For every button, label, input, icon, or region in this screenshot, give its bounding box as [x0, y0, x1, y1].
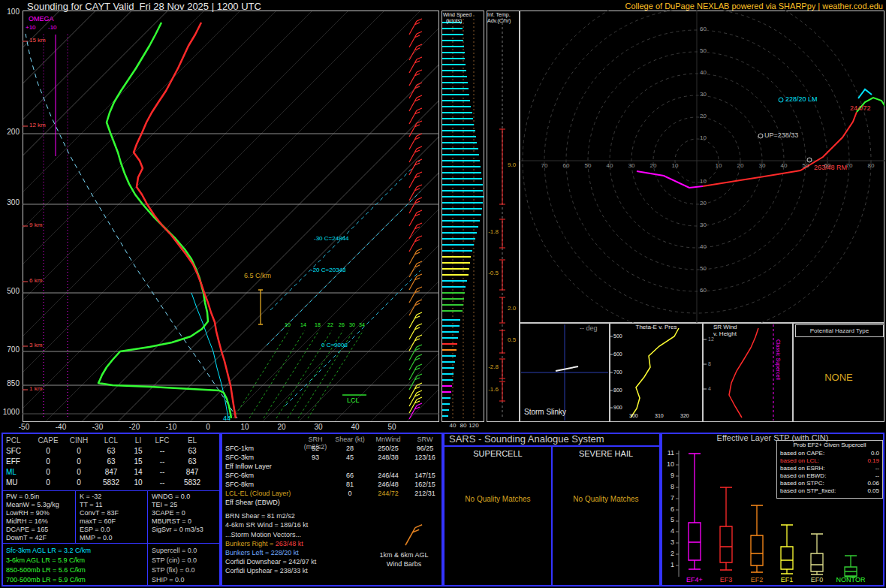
mixing-ratio-label: 26: [339, 322, 345, 327]
temp-tick: 30: [307, 424, 330, 432]
cell: 63: [176, 447, 209, 457]
thetae-pres-label: 500: [613, 333, 622, 339]
stp-y-tick: 2: [664, 550, 674, 557]
stat: DCAPE = 165: [6, 526, 59, 534]
parcel-row-sfc[interactable]: SFC: [6, 447, 33, 457]
hodo-tick: 30: [700, 92, 707, 98]
parcel-row-eff[interactable]: EFF: [6, 457, 33, 468]
surface-wetbulb-value: 44: [223, 415, 231, 422]
divider: [147, 543, 148, 585]
adv-value: -1.8: [484, 229, 499, 235]
bunkers-left: Bunkers Left = 228/20 kt: [225, 549, 299, 556]
height-label: 15 km: [29, 38, 46, 44]
col-header: SRW: [410, 436, 440, 445]
hodo-tick: 40: [700, 244, 707, 250]
row-label: SFC-8km: [225, 481, 297, 490]
col-header: SRH (m2/s2): [297, 436, 333, 445]
cell: 5832: [176, 478, 209, 489]
cell: 96/25: [410, 445, 440, 454]
cell: [297, 463, 333, 472]
stp-cat-label: EF3: [711, 577, 741, 583]
cell: 246/44: [366, 472, 410, 481]
legend-row: based on STP_fixed: 0.05: [777, 487, 882, 495]
sars-hail-header: SEVERE HAIL: [553, 450, 659, 459]
corfidi-upshear: Corfidi Upshear = 238/33 kt: [225, 567, 308, 574]
composite-indices: Supercell = 0.0 STP (cin) = 0.0 STP (fix…: [152, 546, 197, 585]
cell: [410, 463, 440, 472]
cell: 0: [63, 447, 95, 457]
cell: [297, 481, 333, 490]
hodo-tick: 10: [700, 179, 707, 185]
cell: 847: [176, 468, 209, 478]
thetae-title: Theta-E v. Pres: [611, 324, 701, 330]
thetae-panel: [610, 323, 703, 422]
thetae-x-tick: 300: [629, 413, 638, 418]
hodo-tick: 60: [560, 163, 572, 169]
stat: PW = 0.5in: [6, 493, 59, 501]
stat: K = -32: [80, 493, 119, 501]
thetae-pres-label: 900: [613, 405, 622, 410]
row-label: LCL-EL (Cloud Layer): [225, 490, 297, 499]
hodo-tick: 40: [700, 70, 707, 76]
value: 0.0: [871, 450, 879, 457]
adv-value: 0.5: [508, 337, 516, 343]
hodo-tick: 50: [800, 163, 812, 169]
stat: maxT = 60F: [80, 517, 119, 526]
cell: 244/72: [366, 490, 410, 499]
divider: [3, 543, 219, 544]
cell: 93: [297, 454, 333, 463]
pressure-label: 300: [2, 199, 20, 207]
windspeed-subtitle: (knots): [446, 18, 462, 23]
thermo-col-1: PW = 0.5in MeanW = 5.3g/kg LowRH = 90% M…: [6, 493, 59, 542]
stp-y-tick: 9: [664, 472, 674, 479]
sars-hail-result: No Quality Matches: [553, 496, 659, 504]
col-header: LFC: [149, 436, 176, 447]
stp-y-tick: 3: [664, 539, 674, 546]
parcel-row-ml[interactable]: ML: [6, 468, 33, 478]
cell: 15: [128, 457, 149, 468]
credit-link[interactable]: College of DuPage NEXLAB powered via SHA…: [625, 2, 883, 11]
adv-value: -1.6: [482, 387, 499, 393]
label: based on LCL:: [780, 457, 819, 465]
stp-y-tick: 10: [664, 461, 674, 468]
cell: --: [149, 457, 176, 468]
cell: 248/38: [366, 454, 410, 463]
thetae-pres-label: 600: [613, 351, 622, 357]
hodo-tick: 10: [700, 135, 707, 141]
slinky-title: Storm Slinky: [524, 409, 566, 417]
omega-plus-label: +10: [26, 25, 36, 31]
stat: TEI = 25: [152, 501, 203, 509]
right-mover-label: 263/48 RM: [814, 164, 847, 171]
cell: 15: [128, 447, 149, 457]
cell: 847: [95, 468, 128, 478]
stat: MMP = 0.0: [80, 534, 119, 542]
cell: 212/31: [410, 490, 440, 499]
omega-minus-label: -10: [48, 25, 57, 31]
cell: 162/15: [410, 481, 440, 490]
stat: TT = 11: [80, 501, 119, 509]
stat: SigSvr = 0 m3/s3: [152, 526, 203, 534]
hodo-tick: 50: [582, 163, 594, 169]
stp-cat-label: EF1: [772, 577, 802, 583]
row-label: Eff Shear (EBWD): [225, 499, 297, 508]
windspeed-title: Wind Speed: [443, 12, 472, 17]
cell: 63: [176, 457, 209, 468]
temp-tick: -40: [50, 424, 72, 432]
label: based on CAPE:: [780, 450, 824, 457]
thetae-pres-label: 800: [613, 387, 622, 393]
lapse-rate: 3-6km AGL LR = 5.9 C/km: [6, 556, 91, 565]
skewt-panel: [23, 11, 439, 422]
cell: 0: [63, 478, 95, 489]
value: 263/48 kt: [276, 540, 303, 547]
stp-cat-label: EF4+: [680, 577, 710, 583]
parcel-row-mu[interactable]: MU: [6, 478, 33, 489]
col-header: PCL: [6, 436, 33, 447]
stp-y-tick: 6: [664, 506, 674, 513]
srwind-subtitle: v. Height: [713, 331, 737, 337]
adv-value: 2.0: [508, 306, 516, 312]
pressure-label: 500: [2, 288, 20, 296]
temp-tick: -10: [160, 424, 182, 432]
cell: 123/16: [410, 454, 440, 463]
col-header: Shear (kt): [333, 436, 366, 445]
col-header: CAPE: [33, 436, 63, 447]
